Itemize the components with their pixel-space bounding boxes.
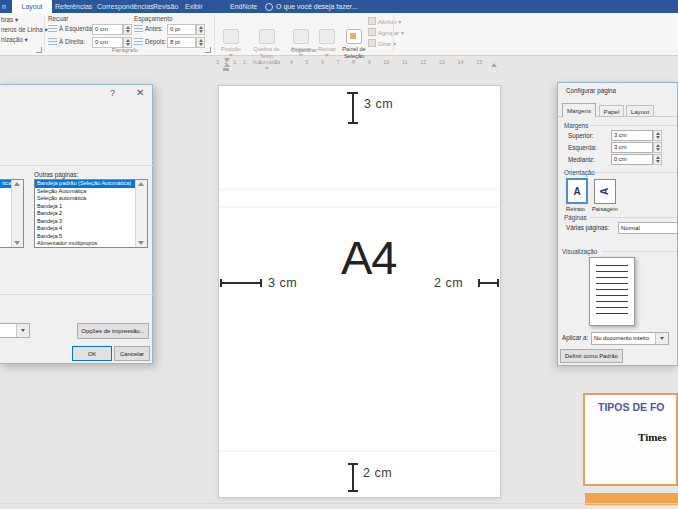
margin-top-stepper[interactable] bbox=[653, 130, 662, 141]
page-artifact bbox=[219, 450, 498, 452]
paragraph-group-label: Parágrafo bbox=[45, 47, 205, 53]
list-item[interactable]: Bandeja 3 bbox=[35, 218, 147, 226]
ok-button[interactable]: OK bbox=[72, 346, 112, 361]
bottom-measure-line bbox=[352, 463, 354, 492]
tab-referencias[interactable]: Referências bbox=[55, 0, 92, 13]
spacing-before-stepper[interactable] bbox=[196, 24, 205, 35]
group-icon bbox=[368, 28, 376, 36]
rotate-icon bbox=[368, 39, 376, 47]
groupbox-line bbox=[590, 125, 678, 126]
multiple-pages-label: Várias páginas: bbox=[566, 224, 609, 231]
scrollbar[interactable] bbox=[135, 180, 147, 247]
paper-size-label: A4 bbox=[341, 230, 397, 285]
group-button[interactable]: Agrupar ▾ bbox=[368, 28, 404, 36]
apply-to-combo[interactable] bbox=[0, 323, 30, 338]
top-measure-cap bbox=[348, 122, 358, 124]
font-types-title: TIPOS DE FO bbox=[598, 401, 665, 413]
gutter-input[interactable]: 0 cm bbox=[611, 154, 653, 165]
page-artifact bbox=[219, 188, 498, 191]
list-item[interactable]: Bandeja 4 bbox=[35, 225, 147, 233]
paragraph-dialog-launcher-icon[interactable] bbox=[205, 47, 211, 53]
tab-endnote[interactable]: EndNote bbox=[230, 0, 257, 13]
selection-pane-icon bbox=[346, 29, 362, 44]
margin-top-input[interactable]: 3 cm bbox=[611, 130, 653, 141]
bring-forward-icon bbox=[293, 29, 309, 44]
margin-left-stepper[interactable] bbox=[653, 142, 662, 153]
gutter-stepper[interactable] bbox=[653, 154, 662, 165]
list-item[interactable]: Bandeja padrão (Seleção Automática) bbox=[35, 180, 147, 188]
cancel-button[interactable]: Cancelar bbox=[114, 346, 150, 361]
first-page-tray-list[interactable]: tica bbox=[0, 179, 24, 248]
group-divider bbox=[214, 15, 215, 52]
orientation-section-label: Orientação bbox=[564, 169, 595, 176]
tab-papel[interactable]: Papel bbox=[599, 105, 624, 117]
send-backward-icon bbox=[319, 29, 335, 44]
pages-section-label: Páginas bbox=[564, 214, 587, 221]
breaks-button[interactable]: bras ▾ bbox=[1, 16, 18, 23]
tab-layout[interactable]: Layout bbox=[12, 0, 52, 13]
tab-margens[interactable]: Margens bbox=[562, 103, 596, 117]
tab-exibir[interactable]: Exibir bbox=[185, 0, 203, 13]
tab-revisao[interactable]: Revisão bbox=[153, 0, 178, 13]
left-indent-marker[interactable] bbox=[223, 68, 229, 71]
list-item[interactable]: Seleção automática bbox=[35, 195, 147, 203]
indent-left-stepper[interactable] bbox=[123, 24, 132, 35]
portrait-label: Retrato bbox=[566, 206, 585, 212]
right-indent-marker[interactable] bbox=[491, 63, 497, 67]
left-margin-label: 3 cm bbox=[268, 276, 297, 290]
document-page bbox=[218, 85, 501, 498]
landscape-option[interactable]: A bbox=[594, 179, 616, 204]
indent-left-label: À Esquerda: bbox=[59, 25, 94, 32]
line-numbers-button[interactable]: neros de Linha ▾ bbox=[1, 26, 48, 33]
group-divider bbox=[393, 15, 394, 52]
first-line-indent-marker[interactable] bbox=[224, 58, 230, 62]
multiple-pages-combo[interactable]: Normal bbox=[618, 222, 678, 234]
list-item[interactable]: Seleção Automática bbox=[35, 188, 147, 196]
indent-group-label: Recuar bbox=[48, 15, 68, 22]
hyphenation-button[interactable]: nização ▾ bbox=[1, 36, 28, 43]
close-icon[interactable]: ✕ bbox=[136, 88, 144, 97]
help-button[interactable]: ? bbox=[110, 89, 115, 98]
tab-correspondencias[interactable]: Correspondências bbox=[97, 0, 154, 13]
tab-layout-dialog[interactable]: Layout bbox=[626, 105, 654, 117]
right-measure-line bbox=[478, 282, 499, 284]
top-margin-label: 3 cm bbox=[364, 97, 393, 111]
spacing-group-label: Espaçamento bbox=[134, 15, 173, 22]
ribbon: bras ▾ neros de Linha ▾ nização ▾ Recuar… bbox=[0, 13, 678, 56]
landscape-label: Paisagem bbox=[592, 206, 618, 212]
set-as-default-button[interactable]: Definir como Padrão bbox=[560, 349, 623, 363]
hanging-indent-marker[interactable] bbox=[224, 63, 230, 67]
apply-to-combo[interactable]: No documento inteiro bbox=[591, 332, 669, 345]
rotate-button[interactable]: Girar ▾ bbox=[368, 39, 396, 47]
spacing-before-input[interactable]: 0 pt bbox=[167, 24, 196, 35]
arrange-group-label: Organizar bbox=[216, 47, 392, 53]
paper-source-dialog: ? ✕ Outras páginas: tica Bandeja padrão … bbox=[0, 84, 153, 364]
right-measure-cap bbox=[497, 279, 499, 287]
spacing-after-icon bbox=[134, 38, 143, 46]
scrollbar[interactable] bbox=[11, 180, 23, 247]
list-item[interactable]: Bandeja 2 bbox=[35, 210, 147, 218]
print-options-button[interactable]: Opções de impressão... bbox=[77, 323, 149, 339]
other-pages-tray-list[interactable]: Bandeja padrão (Seleção Automática) Sele… bbox=[34, 179, 148, 248]
page-setup-dialog-launcher-icon[interactable] bbox=[36, 47, 42, 53]
margin-top-field-label: Superior: bbox=[568, 132, 594, 139]
apply-to-label: Aplicar a: bbox=[562, 334, 588, 341]
align-button[interactable]: Alinhar ▾ bbox=[368, 17, 401, 25]
margin-left-input[interactable]: 3 cm bbox=[611, 142, 653, 153]
chevron-down-icon[interactable] bbox=[655, 333, 668, 344]
portrait-option[interactable]: A bbox=[566, 178, 588, 204]
indent-left-input[interactable]: 0 cm bbox=[92, 24, 123, 35]
list-item[interactable]: Alimentador multipropós bbox=[35, 240, 147, 248]
list-item[interactable]: Bandeja 5 bbox=[35, 233, 147, 241]
ribbon-tab-bar: n Layout Referências Correspondências Re… bbox=[0, 0, 678, 13]
text-wrap-icon bbox=[259, 29, 275, 44]
tab-partial[interactable]: n bbox=[2, 0, 6, 13]
list-item[interactable]: Bandeja 1 bbox=[35, 203, 147, 211]
chevron-down-icon[interactable] bbox=[16, 324, 29, 337]
tell-me-box[interactable]: O que você deseja fazer... bbox=[276, 0, 357, 13]
margins-section-label: Margens bbox=[564, 122, 589, 129]
bottom-measure-cap bbox=[348, 490, 358, 492]
gutter-field-label: Medianiz: bbox=[568, 156, 595, 163]
spacing-before-label: Antes: bbox=[145, 25, 163, 32]
page-preview-thumbnail bbox=[589, 257, 635, 326]
